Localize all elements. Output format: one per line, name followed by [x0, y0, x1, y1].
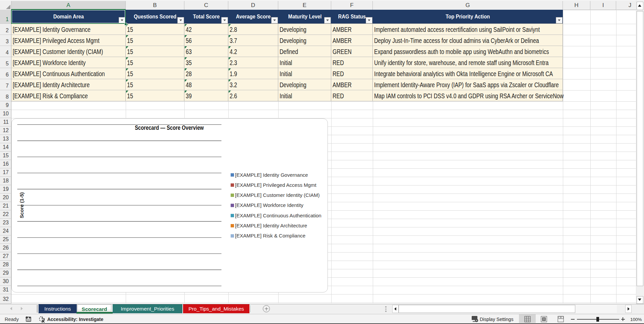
svg-text:[EXAMPLE] Continuous Authentic: [EXAMPLE] Continuous Authentication — [235, 213, 321, 218]
svg-text:[EXAMPLE] Identity Architectur: [EXAMPLE] Identity Architecture — [235, 223, 307, 228]
svg-text:[EXAMPLE] Privileged Access Mg: [EXAMPLE] Privileged Access Mgmt — [235, 182, 316, 188]
svg-text:Scorecard — Score Overview: Scorecard — Score Overview — [135, 124, 204, 131]
svg-text:[EXAMPLE] Workforce Identity: [EXAMPLE] Workforce Identity — [235, 202, 303, 208]
svg-text:[EXAMPLE] Identity Governance: [EXAMPLE] Identity Governance — [235, 172, 308, 178]
svg-text:[EXAMPLE] Customer Identity (C: [EXAMPLE] Customer Identity (CIAM) — [235, 192, 320, 198]
svg-text:Score (1-5): Score (1-5) — [19, 192, 24, 218]
svg-text:[EXAMPLE] Risk & Compliance: [EXAMPLE] Risk & Compliance — [235, 233, 305, 238]
